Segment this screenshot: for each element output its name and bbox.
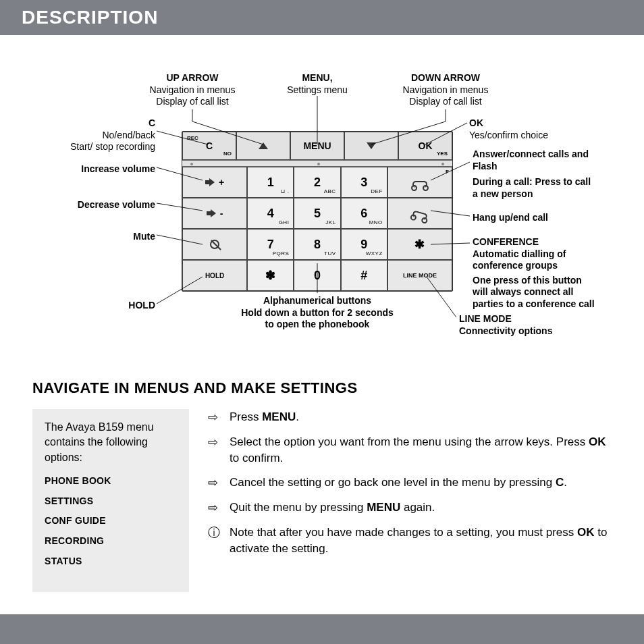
key-answer[interactable]: F: [387, 167, 452, 198]
key-hold[interactable]: HOLD: [182, 260, 247, 291]
instruction-step: ⓘNote that after you have made changes t…: [208, 525, 612, 557]
step-icon: ⇨: [208, 475, 221, 491]
key-up[interactable]: [236, 132, 290, 160]
step-icon: ⇨: [208, 434, 221, 466]
keypad: REC C NO MENU OK YES + 1⊔ . 2ABC 3DEF F: [182, 131, 453, 292]
menu-option: RECORDING: [45, 535, 177, 548]
conference-icon: ✱: [414, 237, 425, 252]
key-ok[interactable]: OK YES: [398, 132, 452, 160]
key-8[interactable]: 8TUV: [294, 229, 340, 260]
key-0[interactable]: 0: [294, 260, 340, 291]
key-2[interactable]: 2ABC: [294, 167, 340, 198]
menu-options-sidebar: The Avaya B159 menu contains the followi…: [32, 409, 189, 592]
footer-bar: [0, 614, 644, 644]
step-text: Note that after you have made changes to…: [230, 525, 612, 557]
callout-answer: Answer/connect calls and Flash During a …: [473, 149, 608, 200]
instruction-step: ⇨Press MENU.: [208, 409, 612, 426]
callout-mute: Mute: [101, 231, 155, 243]
speaker-icon: [205, 179, 217, 186]
sidebar-intro: The Avaya B159 menu contains the followi…: [45, 420, 177, 465]
key-3[interactable]: 3DEF: [341, 167, 387, 198]
callout-c: C No/end/back Start/ stop recording: [41, 117, 155, 153]
speaker-icon: [207, 210, 219, 217]
key-linemode[interactable]: LINE MODE: [387, 260, 452, 291]
instruction-step: ⇨Quit the menu by pressing MENU again.: [208, 500, 612, 516]
callout-conference: CONFERENCE Automatic dialling of confere…: [473, 236, 614, 310]
key-conference[interactable]: ✱: [387, 229, 452, 260]
callout-menu: MENU, Settings menu: [270, 72, 365, 96]
menu-option: SETTINGS: [45, 495, 177, 508]
mute-icon: [210, 240, 219, 249]
callout-vol-up: Increase volume: [61, 163, 155, 176]
handset-hangup-icon: [412, 210, 428, 220]
key-mute[interactable]: [182, 229, 247, 260]
instruction-step: ⇨Select the option you want from the men…: [208, 434, 612, 466]
keypad-diagram: UP ARROW Navigation in menus Display of …: [0, 35, 644, 352]
step-text: Cancel the setting or go back one level …: [230, 475, 612, 491]
key-star[interactable]: ✽: [247, 260, 294, 291]
instructions: ⇨Press MENU.⇨Select the option you want …: [189, 409, 612, 592]
section-navigate: NAVIGATE IN MENUS AND MAKE SETTINGS The …: [0, 352, 644, 592]
section-heading: NAVIGATE IN MENUS AND MAKE SETTINGS: [32, 379, 612, 397]
step-icon: ⇨: [208, 500, 221, 516]
key-1[interactable]: 1⊔ .: [247, 167, 294, 198]
callout-hold: HOLD: [101, 300, 155, 312]
menu-option: CONF GUIDE: [45, 514, 177, 528]
label: UP ARROW: [167, 72, 219, 83]
callout-ok: OK Yes/confirm choice: [469, 117, 604, 141]
callout-linemode: LINE MODE Connectivity options: [459, 313, 594, 337]
page-title: DESCRIPTION: [22, 7, 158, 28]
key-down[interactable]: [344, 132, 398, 160]
handset-icon: [412, 181, 427, 188]
step-icon: ⓘ: [208, 525, 221, 557]
step-text: Press MENU.: [230, 409, 612, 426]
key-7[interactable]: 7PQRS: [247, 229, 294, 260]
menu-option: STATUS: [45, 555, 177, 568]
key-hash[interactable]: #: [341, 260, 387, 291]
menu-option: PHONE BOOK: [45, 475, 177, 488]
step-text: Select the option you want from the menu…: [230, 434, 612, 466]
instruction-step: ⇨Cancel the setting or go back one level…: [208, 475, 612, 491]
callout-down-arrow: DOWN ARROW Navigation in menus Display o…: [392, 72, 500, 108]
key-5[interactable]: 5JKL: [294, 198, 340, 229]
key-9[interactable]: 9WXYZ: [341, 229, 387, 260]
callout-hangup: Hang up/end call: [473, 212, 608, 224]
down-arrow-icon: [367, 142, 376, 149]
key-menu[interactable]: MENU: [290, 132, 344, 160]
key-c[interactable]: REC C NO: [182, 132, 236, 160]
key-6[interactable]: 6MNO: [341, 198, 387, 229]
key-hangup[interactable]: [387, 198, 452, 229]
key-vol-up[interactable]: +: [182, 167, 247, 198]
callout-alpha: Alphanumerical buttons Hold down a butto…: [233, 295, 402, 331]
key-vol-down[interactable]: -: [182, 198, 247, 229]
step-icon: ⇨: [208, 409, 221, 426]
callout-vol-down: Decrease volume: [61, 199, 155, 211]
key-4[interactable]: 4GHI: [247, 198, 294, 229]
step-text: Quit the menu by pressing MENU again.: [230, 500, 612, 516]
up-arrow-icon: [259, 142, 268, 149]
callout-up-arrow: UP ARROW Navigation in menus Display of …: [142, 72, 243, 108]
header-bar: DESCRIPTION: [0, 0, 644, 35]
